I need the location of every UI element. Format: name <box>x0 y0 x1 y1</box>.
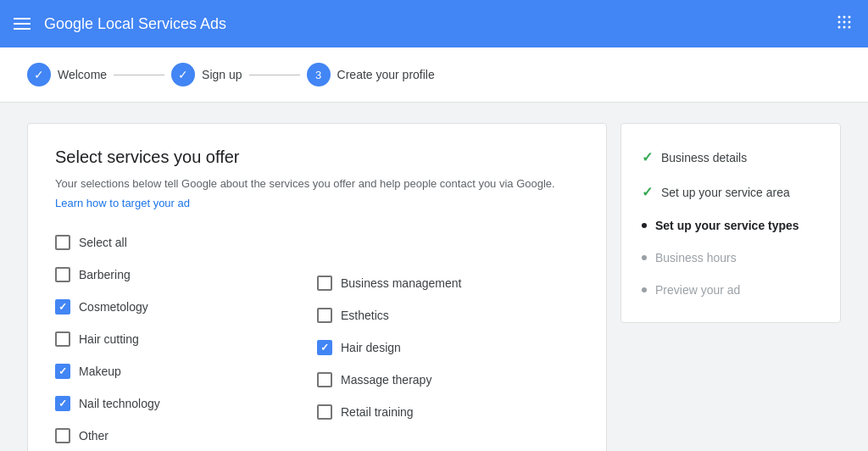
svg-point-7 <box>843 25 846 28</box>
service-label-business-management: Business management <box>341 276 461 290</box>
panel-title: Select services you offer <box>55 148 579 167</box>
service-select-all[interactable]: Select all <box>55 226 317 259</box>
right-label-preview-ad: Preview your ad <box>655 283 740 297</box>
app-title: Google Local Services Ads <box>44 15 226 33</box>
service-label-cosmetology: Cosmetology <box>79 300 148 314</box>
checkbox-hair-design[interactable] <box>317 340 332 355</box>
service-label-retail-training: Retail training <box>341 405 414 419</box>
grid-icon[interactable] <box>834 12 854 36</box>
check-icon-service-area: ✓ <box>642 184 653 200</box>
svg-point-8 <box>849 25 851 28</box>
svg-point-5 <box>849 20 851 23</box>
service-makeup[interactable]: Makeup <box>55 355 317 387</box>
dot-icon-preview-ad <box>642 287 647 292</box>
service-retail-training[interactable]: Retail training <box>317 396 579 428</box>
service-label-massage-therapy: Massage therapy <box>341 373 431 387</box>
checkbox-hair-cutting[interactable] <box>55 331 70 347</box>
checkbox-nail-technology[interactable] <box>55 396 70 411</box>
service-label-hair-design: Hair design <box>341 341 401 354</box>
step-welcome: Welcome <box>27 63 107 86</box>
right-item-service-area: ✓ Set up your service area <box>642 175 820 209</box>
right-label-business-details: Business details <box>661 151 747 164</box>
service-business-management[interactable]: Business management <box>317 267 579 299</box>
checkbox-business-management[interactable] <box>317 276 332 291</box>
service-massage-therapy[interactable]: Massage therapy <box>317 364 579 396</box>
step-connector-1 <box>114 75 164 75</box>
step-profile-label: Create your profile <box>337 68 435 81</box>
col-1: Select all Barbering Cosmetology Hair cu… <box>55 226 317 452</box>
checkbox-barbering[interactable] <box>55 267 70 282</box>
dot-icon-business-hours <box>642 255 647 260</box>
right-item-business-details: ✓ Business details <box>642 141 820 174</box>
right-item-service-types: Set up your service types <box>642 210 820 241</box>
checkbox-select-all[interactable] <box>55 235 70 250</box>
right-label-service-area: Set up your service area <box>661 186 790 199</box>
service-label-hair-cutting: Hair cutting <box>79 332 139 346</box>
step-welcome-label: Welcome <box>58 68 107 81</box>
step-connector-2 <box>249 75 300 75</box>
service-label-barbering: Barbering <box>79 268 131 281</box>
check-icon-business-details: ✓ <box>642 149 653 165</box>
service-label-nail-technology: Nail technology <box>79 397 160 410</box>
service-cosmetology[interactable]: Cosmetology <box>55 291 317 323</box>
step-profile-circle: 3 <box>307 63 331 86</box>
step-signup: Sign up <box>171 63 242 86</box>
col-2: Business management Esthetics Hair desig… <box>317 226 579 452</box>
checkbox-makeup[interactable] <box>55 364 70 379</box>
right-label-business-hours: Business hours <box>655 251 737 264</box>
service-label-select-all: Select all <box>79 236 127 249</box>
step-signup-label: Sign up <box>202 68 242 81</box>
right-panel: ✓ Business details ✓ Set up your service… <box>620 123 841 323</box>
learn-link[interactable]: Learn how to target your ad <box>55 197 190 209</box>
step-profile: 3 Create your profile <box>307 63 435 86</box>
checkbox-cosmetology[interactable] <box>55 299 70 315</box>
svg-point-6 <box>838 25 841 28</box>
main-content: Select services you offer Your selection… <box>0 103 868 451</box>
left-panel: Select services you offer Your selection… <box>27 123 607 451</box>
step-signup-circle <box>171 63 195 86</box>
service-hair-cutting[interactable]: Hair cutting <box>55 323 317 355</box>
stepper: Welcome Sign up 3 Create your profile <box>0 47 868 103</box>
right-item-preview-ad: Preview your ad <box>642 275 820 305</box>
dot-icon-service-types <box>642 223 647 228</box>
panel-subtitle: Your selections below tell Google about … <box>55 175 579 192</box>
checkbox-other[interactable] <box>55 428 70 443</box>
right-item-business-hours: Business hours <box>642 242 820 273</box>
header-left: Google Local Services Ads <box>14 15 226 33</box>
hamburger-icon[interactable] <box>14 18 31 30</box>
service-other[interactable]: Other <box>55 420 317 452</box>
service-hair-design[interactable]: Hair design <box>317 331 579 364</box>
service-label-makeup: Makeup <box>79 365 121 378</box>
service-esthetics[interactable]: Esthetics <box>317 299 579 331</box>
right-label-service-types: Set up your service types <box>655 219 799 232</box>
svg-point-4 <box>843 20 846 23</box>
service-label-other: Other <box>79 429 108 443</box>
service-nail-technology[interactable]: Nail technology <box>55 387 317 420</box>
checkbox-massage-therapy[interactable] <box>317 372 332 387</box>
svg-point-2 <box>849 15 851 18</box>
svg-point-1 <box>843 15 846 18</box>
svg-point-0 <box>838 15 841 18</box>
services-grid: Select all Barbering Cosmetology Hair cu… <box>55 226 579 452</box>
service-label-esthetics: Esthetics <box>341 309 389 322</box>
service-barbering[interactable]: Barbering <box>55 259 317 291</box>
step-welcome-circle <box>27 63 51 86</box>
svg-point-3 <box>838 20 841 23</box>
app-header: Google Local Services Ads <box>0 0 868 47</box>
checkbox-esthetics[interactable] <box>317 308 332 323</box>
checkbox-retail-training[interactable] <box>317 404 332 420</box>
